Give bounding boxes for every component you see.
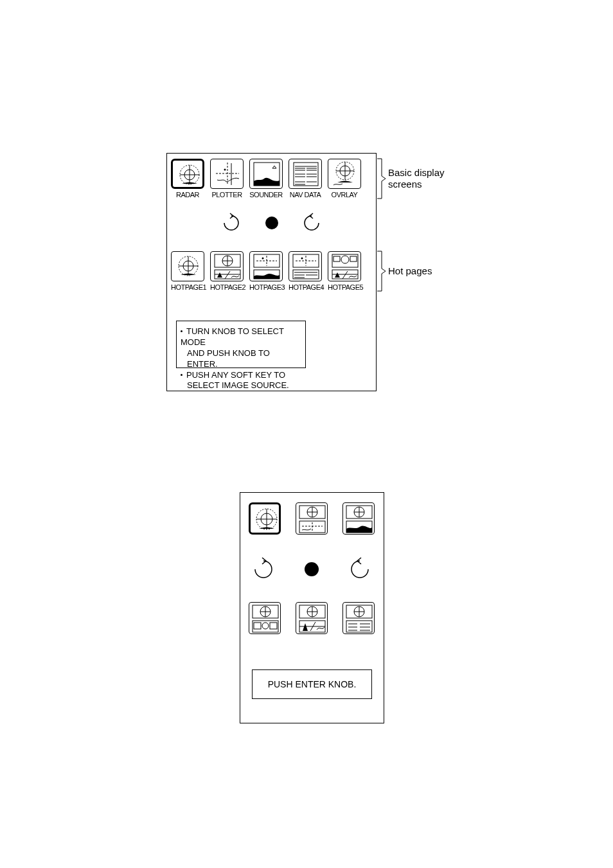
- option-hotpage5[interactable]: HOTPAGE5: [328, 251, 361, 291]
- option-label: HOTPAGE4: [289, 284, 322, 291]
- bottom-display-screen: PUSH ENTER KNOB.: [240, 492, 384, 723]
- svg-point-80: [262, 623, 269, 629]
- option-radar[interactable]: RADAR: [171, 159, 204, 199]
- svg-point-6: [224, 169, 226, 171]
- text: AND PUSH KNOB TO ENTER.: [181, 348, 301, 370]
- option-plotter[interactable]: PLOTTER: [210, 159, 244, 199]
- option-hotpage1[interactable]: HOTPAGE1: [171, 251, 204, 291]
- rotate-right-icon: [345, 554, 375, 584]
- side-label-basic: Basic display screens: [388, 167, 445, 190]
- svg-rect-81: [270, 623, 277, 629]
- radar-navdata-icon: [342, 602, 375, 634]
- hotpage4-icon: [289, 251, 322, 281]
- radar-gauge-icon: [296, 602, 328, 634]
- knob-dot-icon: [301, 558, 323, 580]
- instruction-line: TURN KNOB TO SELECT MODE: [181, 326, 301, 348]
- svg-rect-79: [254, 623, 261, 629]
- instruction-line: PUSH ANY SOFT KEY TO: [181, 370, 301, 381]
- rotate-right-icon: [299, 210, 324, 236]
- hotpage1-icon: [171, 251, 204, 281]
- svg-point-40: [262, 258, 264, 260]
- option-sounder[interactable]: SOUNDER: [249, 159, 283, 199]
- knob-indicator-row: [218, 210, 324, 236]
- bracket-icon: [377, 158, 387, 199]
- side-label-hot: Hot pages: [388, 265, 432, 277]
- hotpage2-icon: [210, 251, 244, 281]
- option2-c[interactable]: [342, 502, 375, 535]
- option-ovrlay[interactable]: OVRLAY: [328, 159, 361, 199]
- option-navdata[interactable]: NAV DATA: [289, 159, 322, 199]
- svg-point-26: [265, 217, 278, 229]
- overlay-icon: [328, 159, 361, 189]
- knob-dot-icon: [262, 213, 281, 233]
- option-hotpage2[interactable]: HOTPAGE2: [210, 251, 244, 291]
- option2-b[interactable]: [296, 502, 328, 535]
- option-label: SOUNDER: [249, 191, 283, 199]
- text: TURN KNOB TO SELECT MODE: [181, 326, 284, 347]
- hotpage5-icon: [328, 251, 361, 281]
- rotate-left-icon: [249, 554, 278, 584]
- svg-point-73: [305, 562, 319, 576]
- page: RADAR PLOTTER: [0, 0, 613, 868]
- knob-indicator-row: [249, 554, 375, 585]
- option2-d[interactable]: [249, 602, 281, 634]
- radar-sounder-icon: [342, 502, 375, 535]
- sounder-icon: [249, 159, 283, 189]
- svg-point-45: [301, 258, 303, 260]
- text: PUSH ANY SOFT KEY TO: [186, 370, 285, 380]
- rotate-left-icon: [218, 210, 244, 236]
- option-label: PLOTTER: [210, 191, 244, 199]
- text: Basic display: [388, 167, 445, 178]
- push-enter-text: PUSH ENTER KNOB.: [268, 679, 357, 689]
- top-display-screen: RADAR PLOTTER: [166, 153, 377, 391]
- hotpage3-icon: [249, 251, 283, 281]
- radar-quad-icon: [249, 602, 281, 634]
- svg-point-53: [341, 256, 349, 263]
- bracket-icon: [377, 251, 387, 292]
- radar-icon: [249, 502, 281, 535]
- option-label: OVRLAY: [328, 191, 361, 199]
- svg-rect-54: [350, 256, 357, 261]
- push-enter-box: PUSH ENTER KNOB.: [252, 669, 372, 699]
- text: SELECT IMAGE SOURCE.: [181, 380, 301, 391]
- option2-a[interactable]: [249, 502, 281, 535]
- option-label: NAV DATA: [289, 191, 322, 199]
- svg-rect-52: [333, 256, 340, 261]
- option-label: RADAR: [171, 191, 204, 199]
- text: screens: [388, 179, 422, 190]
- radar-icon: [171, 159, 204, 189]
- option-label: HOTPAGE2: [210, 284, 244, 291]
- instruction-box: TURN KNOB TO SELECT MODE AND PUSH KNOB T…: [176, 321, 306, 368]
- option-label: HOTPAGE3: [249, 284, 283, 291]
- option-hotpage4[interactable]: HOTPAGE4: [289, 251, 322, 291]
- navdata-icon: [289, 159, 322, 189]
- option2-e[interactable]: [296, 602, 328, 634]
- plotter-icon: [210, 159, 244, 189]
- text: Hot pages: [388, 265, 432, 276]
- option2-f[interactable]: [342, 602, 375, 634]
- option-label: HOTPAGE1: [171, 284, 204, 291]
- option-hotpage3[interactable]: HOTPAGE3: [249, 251, 283, 291]
- option-label: HOTPAGE5: [328, 284, 361, 291]
- radar-plotter-icon: [296, 502, 328, 535]
